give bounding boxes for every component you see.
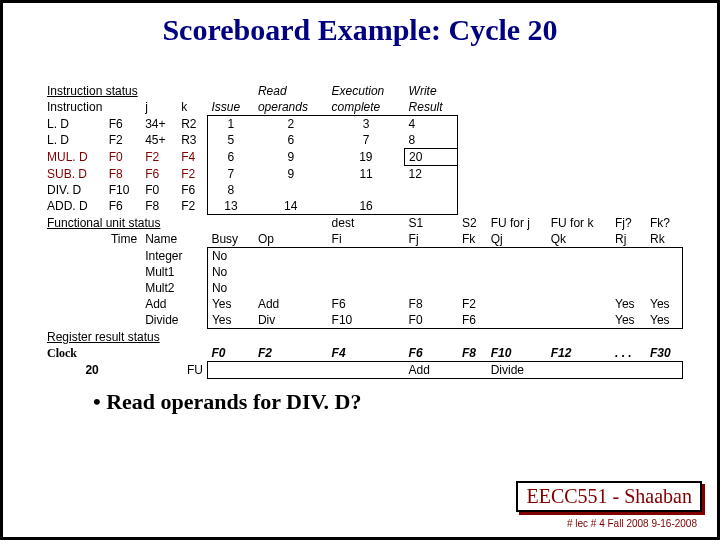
scoreboard-table: Instruction status Read Execution Write … (43, 83, 683, 379)
fu-hdr-s2: S2 (458, 215, 487, 232)
fu-rj (611, 280, 646, 296)
fu-qk (547, 280, 611, 296)
instr-op: L. D (43, 116, 105, 133)
fu-hdr-dest: dest (328, 215, 405, 232)
hdr-instruction: Instruction (43, 99, 141, 116)
fu-name: Mult1 (141, 264, 207, 280)
fu-hdr-fuj: FU for j (487, 215, 547, 232)
clock-label: Clock (43, 345, 141, 362)
fu-rj (611, 264, 646, 280)
instr-read: 6 (254, 132, 328, 149)
hdr-complete: complete (328, 99, 405, 116)
page-title: Scoreboard Example: Cycle 20 (3, 13, 717, 47)
hdr-write: Write (405, 83, 458, 99)
fu-name: Integer (141, 248, 207, 265)
instr-issue: 13 (207, 198, 254, 215)
fu-qj (487, 248, 547, 265)
fu-op: Add (254, 296, 328, 312)
bullet-question: • Read operands for DIV. D? (93, 389, 683, 415)
fu-name: Divide (141, 312, 207, 329)
fu-hdr-op: Op (254, 231, 328, 248)
fu-op (254, 248, 328, 265)
instr-write: 20 (405, 149, 458, 166)
fu-fj: F0 (405, 312, 458, 329)
fu-hdr-fkq: Fk? (646, 215, 682, 232)
reg-col: F0 (207, 345, 254, 362)
footer-credit: EECC551 - Shaaban (516, 481, 702, 512)
instr-op: MUL. D (43, 149, 105, 166)
fu-busy: No (207, 264, 254, 280)
reg-val (611, 362, 646, 379)
instr-read: 9 (254, 149, 328, 166)
reg-val: Add (405, 362, 458, 379)
fu-qk (547, 312, 611, 329)
fu-qj (487, 312, 547, 329)
fu-fj (405, 248, 458, 265)
fu-hdr-fj: Fj (405, 231, 458, 248)
fu-busy: No (207, 248, 254, 265)
fu-rj: Yes (611, 312, 646, 329)
reg-col: . . . (611, 345, 646, 362)
fu-hdr-fjq: Fj? (611, 215, 646, 232)
fu-rk (646, 280, 682, 296)
instr-exec: 11 (328, 166, 405, 183)
fu-hdr-s1: S1 (405, 215, 458, 232)
instr-write: 8 (405, 132, 458, 149)
instr-exec: 3 (328, 116, 405, 133)
fu-hdr-fi: Fi (328, 231, 405, 248)
fu-qk (547, 264, 611, 280)
fu-fk (458, 280, 487, 296)
instr-op: ADD. D (43, 198, 105, 215)
instr-j: F2 (141, 149, 177, 166)
instr-write: 4 (405, 116, 458, 133)
reg-val (547, 362, 611, 379)
instr-op: SUB. D (43, 166, 105, 183)
instr-write (405, 182, 458, 198)
fu-name: Add (141, 296, 207, 312)
reg-col: F12 (547, 345, 611, 362)
instr-read: 2 (254, 116, 328, 133)
reg-col: F4 (328, 345, 405, 362)
instr-op: L. D (43, 132, 105, 149)
fu-hdr-rj: Rj (611, 231, 646, 248)
fu-hdr-qj: Qj (487, 231, 547, 248)
fu-hdr-time: Time (43, 231, 141, 248)
fu-fk: F2 (458, 296, 487, 312)
fu-rk (646, 248, 682, 265)
instr-issue: 1 (207, 116, 254, 133)
fu-rk: Yes (646, 296, 682, 312)
instr-op: DIV. D (43, 182, 105, 198)
instr-k: F4 (177, 149, 207, 166)
instr-issue: 7 (207, 166, 254, 183)
fu-hdr-fuk: FU for k (547, 215, 611, 232)
instr-exec: 16 (328, 198, 405, 215)
reg-val: Divide (487, 362, 547, 379)
instr-k: F2 (177, 198, 207, 215)
instr-read: 9 (254, 166, 328, 183)
instr-issue: 6 (207, 149, 254, 166)
instr-k: R2 (177, 116, 207, 133)
instr-k: R3 (177, 132, 207, 149)
fu-short-label: FU (141, 362, 207, 379)
hdr-issue: Issue (207, 99, 254, 116)
reg-col: F8 (458, 345, 487, 362)
fu-hdr-name: Name (141, 231, 207, 248)
reg-val (207, 362, 254, 379)
instr-exec: 7 (328, 132, 405, 149)
hdr-read: Read (254, 83, 328, 99)
fu-fk (458, 264, 487, 280)
fu-op (254, 264, 328, 280)
fu-hdr-qk: Qk (547, 231, 611, 248)
hdr-operands: operands (254, 99, 328, 116)
fu-qk (547, 248, 611, 265)
instr-dst: F8 (105, 166, 141, 183)
fu-hdr-fk: Fk (458, 231, 487, 248)
hdr-execution: Execution (328, 83, 405, 99)
fu-fi: F10 (328, 312, 405, 329)
fu-rk (646, 264, 682, 280)
instr-k: F2 (177, 166, 207, 183)
fu-fk (458, 248, 487, 265)
instr-dst: F2 (105, 132, 141, 149)
hdr-j: j (141, 99, 177, 116)
reg-val (458, 362, 487, 379)
